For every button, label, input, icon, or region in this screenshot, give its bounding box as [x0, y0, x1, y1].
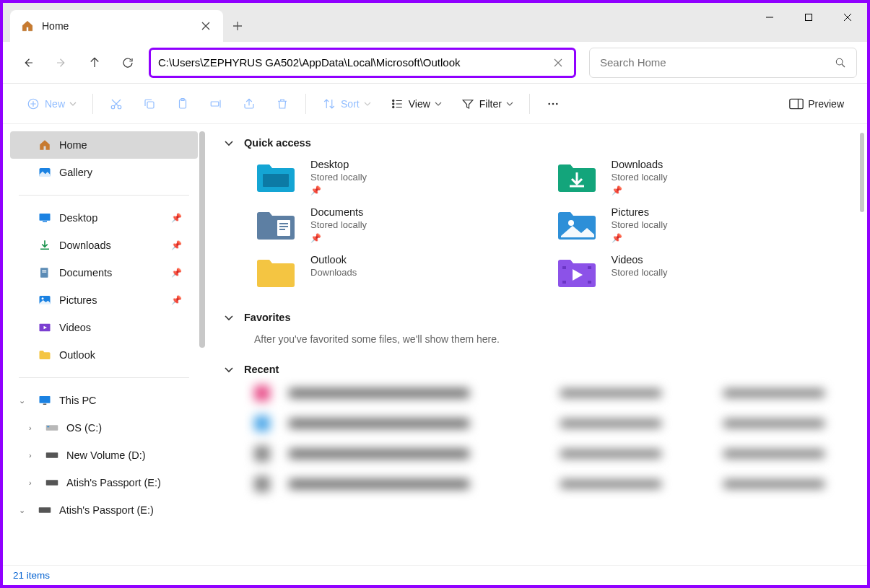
svg-rect-19 — [40, 268, 48, 278]
sidebar-item-passport-2[interactable]: ⌄ Atish's Passport (E:) — [3, 496, 205, 524]
preview-pane-icon — [789, 97, 804, 111]
view-button[interactable]: View — [383, 92, 449, 115]
sidebar-item-videos[interactable]: Videos — [3, 314, 205, 341]
paste-button[interactable] — [168, 92, 197, 115]
plus-circle-icon — [26, 97, 40, 111]
more-button[interactable] — [539, 92, 567, 115]
section-recent-header[interactable]: Recent — [224, 364, 834, 375]
status-bar: 21 items — [3, 565, 867, 585]
minimize-button[interactable] — [750, 3, 789, 32]
svg-point-13 — [552, 102, 554, 105]
pin-icon: 📌 — [612, 185, 622, 196]
chevron-down-icon — [435, 100, 442, 107]
sidebar-item-pictures[interactable]: Pictures📌 — [3, 286, 205, 314]
new-tab-button[interactable] — [223, 10, 252, 42]
pin-icon: 📌 — [310, 233, 321, 243]
recent-row[interactable] — [254, 416, 834, 431]
address-input[interactable] — [158, 56, 549, 69]
cut-button[interactable] — [102, 92, 131, 115]
content-pane: Quick access DesktopStored locally📌 Down… — [205, 124, 867, 565]
svg-rect-33 — [277, 220, 290, 236]
svg-rect-18 — [43, 221, 47, 223]
section-quick-access-header[interactable]: Quick access — [224, 137, 834, 149]
forward-button[interactable] — [46, 48, 77, 78]
svg-rect-31 — [39, 507, 51, 513]
downloads-icon — [38, 238, 52, 253]
search-box[interactable] — [589, 48, 857, 78]
maximize-button[interactable] — [789, 3, 828, 32]
svg-point-12 — [548, 102, 550, 105]
svg-rect-41 — [588, 281, 591, 284]
share-button[interactable] — [235, 92, 264, 115]
documents-icon — [38, 266, 52, 280]
sidebar-item-passport-1[interactable]: › Atish's Passport (E:) — [3, 469, 205, 496]
sidebar-item-outlook[interactable]: Outlook — [3, 341, 205, 369]
svg-rect-35 — [279, 226, 288, 227]
drive-icon — [45, 448, 59, 462]
toolbar: New Sort View Filter Preview — [3, 84, 867, 124]
delete-button[interactable] — [268, 92, 297, 115]
desktop-folder-icon — [254, 159, 297, 196]
svg-rect-15 — [790, 99, 803, 108]
chevron-down-icon: ⌄ — [19, 506, 25, 515]
quick-access-videos[interactable]: VideosStored locally — [555, 254, 835, 291]
refresh-button[interactable] — [113, 48, 143, 78]
search-icon — [835, 57, 846, 69]
svg-rect-29 — [46, 452, 58, 458]
chevron-down-icon — [224, 138, 234, 148]
quick-access-documents[interactable]: DocumentsStored locally📌 — [254, 206, 534, 244]
clear-address-button[interactable] — [549, 54, 567, 71]
close-window-button[interactable] — [828, 3, 867, 32]
sidebar-item-os-c[interactable]: › OS (C:) — [3, 414, 205, 442]
chevron-right-icon: › — [29, 424, 32, 432]
sidebar-item-downloads[interactable]: Downloads📌 — [3, 232, 205, 259]
sidebar-item-gallery[interactable]: Gallery — [3, 159, 205, 186]
rename-button[interactable] — [201, 92, 230, 115]
svg-point-1 — [836, 58, 843, 65]
quick-access-grid: DesktopStored locally📌 DownloadsStored l… — [254, 159, 834, 291]
quick-access-downloads[interactable]: DownloadsStored locally📌 — [555, 159, 835, 196]
tab-home[interactable]: Home — [10, 10, 223, 42]
pin-icon: 📌 — [310, 185, 321, 196]
new-button[interactable]: New — [19, 92, 84, 115]
address-bar[interactable] — [149, 48, 576, 78]
sidebar-item-desktop[interactable]: Desktop📌 — [3, 204, 205, 232]
pin-icon: 📌 — [171, 240, 182, 250]
pin-icon: 📌 — [171, 213, 182, 223]
filter-icon — [461, 97, 475, 111]
pin-icon: 📌 — [612, 233, 622, 243]
up-button[interactable] — [79, 48, 110, 78]
quick-access-outlook[interactable]: OutlookDownloads — [254, 254, 534, 291]
sidebar-item-new-volume[interactable]: › New Volume (D:) — [3, 442, 205, 469]
svg-point-37 — [568, 220, 574, 226]
sidebar-item-documents[interactable]: Documents📌 — [3, 259, 205, 286]
recent-row[interactable] — [254, 476, 834, 492]
chevron-right-icon: › — [29, 451, 32, 460]
sort-button[interactable]: Sort — [315, 92, 378, 115]
chevron-down-icon — [224, 312, 234, 322]
quick-access-desktop[interactable]: DesktopStored locally📌 — [254, 159, 534, 196]
section-favorites-header[interactable]: Favorites — [224, 312, 834, 323]
copy-button[interactable] — [135, 92, 164, 115]
gallery-icon — [38, 165, 52, 180]
recent-row[interactable] — [254, 385, 834, 401]
folder-icon — [38, 348, 52, 362]
chevron-right-icon: › — [29, 478, 32, 487]
search-input[interactable] — [600, 56, 835, 69]
svg-rect-26 — [43, 404, 47, 405]
quick-access-pictures[interactable]: PicturesStored locally📌 — [555, 206, 835, 244]
documents-folder-icon — [254, 206, 297, 244]
drive-icon — [45, 421, 59, 435]
sidebar-item-this-pc[interactable]: ⌄ This PC — [3, 387, 205, 414]
back-button[interactable] — [13, 48, 43, 78]
pin-icon: 📌 — [171, 295, 182, 305]
svg-point-14 — [556, 102, 558, 105]
svg-rect-27 — [46, 425, 58, 431]
filter-button[interactable]: Filter — [453, 92, 521, 115]
preview-button[interactable]: Preview — [782, 92, 851, 115]
folder-icon — [254, 254, 297, 291]
recent-row[interactable] — [254, 446, 834, 462]
sidebar-item-home[interactable]: Home — [10, 131, 198, 159]
content-scrollbar[interactable] — [860, 133, 864, 212]
tab-close-button[interactable] — [196, 16, 216, 36]
